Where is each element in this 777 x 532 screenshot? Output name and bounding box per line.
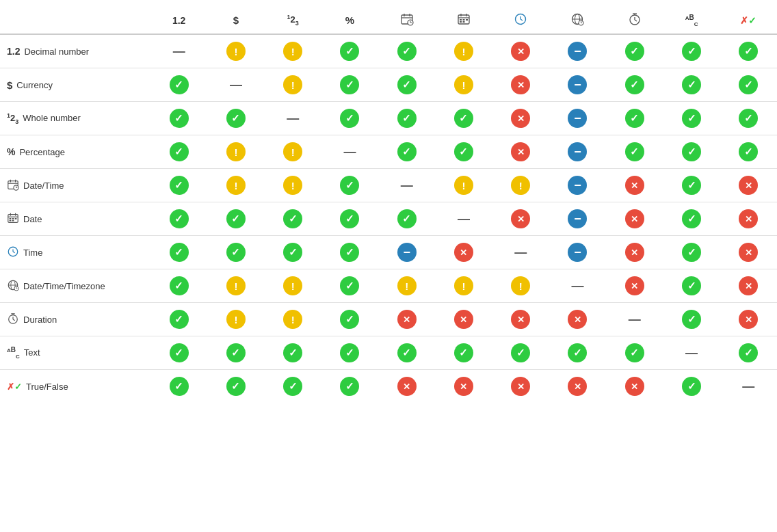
svg-rect-12 bbox=[462, 19, 464, 21]
col-header-timezone bbox=[549, 7, 606, 34]
cell-text-timezone bbox=[549, 336, 606, 370]
svg-rect-42 bbox=[12, 218, 14, 220]
row-icon-date bbox=[7, 212, 19, 226]
cell-datetime-datetime: — bbox=[378, 169, 435, 202]
cell-datetime-currency bbox=[207, 169, 264, 202]
cell-text-duration bbox=[606, 336, 663, 370]
row-icon-truefalse: ✗✓ bbox=[7, 381, 22, 392]
svg-rect-43 bbox=[15, 218, 17, 220]
cell-duration-duration: — bbox=[606, 303, 663, 336]
cell-whole-currency bbox=[207, 102, 264, 135]
cell-date-whole bbox=[265, 202, 321, 236]
cell-time-datetime bbox=[378, 236, 435, 269]
cell-datetime-time bbox=[492, 169, 549, 202]
col-header-datetime bbox=[378, 7, 435, 34]
cell-duration-datetime bbox=[378, 303, 435, 336]
cell-duration-percent bbox=[321, 303, 378, 336]
cell-decimal-whole bbox=[265, 34, 321, 68]
cell-time-percent bbox=[321, 236, 378, 269]
cell-currency-text bbox=[663, 68, 720, 102]
cell-duration-time bbox=[492, 303, 549, 336]
cell-percent-date bbox=[435, 135, 492, 169]
row-duration: Duration— bbox=[0, 303, 777, 336]
row-label-currency: $Currency bbox=[0, 68, 150, 102]
col-header-duration bbox=[606, 7, 663, 34]
cell-timezone-whole bbox=[265, 269, 321, 303]
cell-text-whole bbox=[265, 336, 321, 370]
cell-time-text bbox=[663, 236, 720, 269]
cell-currency-time bbox=[492, 68, 549, 102]
cell-datetime-decimal bbox=[150, 169, 207, 202]
row-label-whole: 123Whole number bbox=[0, 102, 150, 135]
row-text-text: Text bbox=[24, 347, 40, 358]
cell-percent-datetime bbox=[378, 135, 435, 169]
cell-decimal-percent bbox=[321, 34, 378, 68]
row-time: Time— bbox=[0, 236, 777, 269]
cell-time-truefalse bbox=[720, 236, 777, 269]
row-icon-percent: % bbox=[7, 146, 15, 157]
row-currency: $Currency— bbox=[0, 68, 777, 102]
cell-date-percent bbox=[321, 202, 378, 236]
svg-line-27 bbox=[635, 20, 637, 21]
row-text-time: Time bbox=[23, 248, 42, 258]
row-timezone: Date/Time/Timezone— bbox=[0, 269, 777, 303]
cell-timezone-datetime bbox=[378, 269, 435, 303]
cell-timezone-text bbox=[663, 269, 720, 303]
col-header-currency: $ bbox=[207, 7, 264, 34]
row-text-truefalse: True/False bbox=[26, 382, 68, 392]
cell-duration-currency bbox=[207, 303, 264, 336]
svg-rect-44 bbox=[10, 220, 12, 221]
cell-timezone-decimal bbox=[150, 269, 207, 303]
cell-datetime-whole bbox=[265, 169, 321, 202]
cell-duration-whole bbox=[265, 303, 321, 336]
cell-text-text: — bbox=[663, 336, 720, 370]
cell-percent-timezone bbox=[549, 135, 606, 169]
svg-rect-13 bbox=[466, 19, 468, 21]
row-icon-datetime bbox=[7, 178, 19, 193]
cell-truefalse-datetime bbox=[378, 370, 435, 403]
cell-date-timezone bbox=[549, 202, 606, 236]
cell-text-decimal bbox=[150, 336, 207, 370]
cell-whole-text bbox=[663, 102, 720, 135]
col-header-date bbox=[435, 7, 492, 34]
row-text-date: Date bbox=[23, 214, 42, 224]
cell-percent-percent: — bbox=[321, 135, 378, 169]
row-truefalse: ✗✓True/False— bbox=[0, 370, 777, 403]
row-label-truefalse: ✗✓True/False bbox=[0, 370, 150, 403]
cell-datetime-truefalse bbox=[720, 169, 777, 202]
cell-percent-text bbox=[663, 135, 720, 169]
row-icon-whole: 123 bbox=[7, 112, 18, 125]
svg-line-18 bbox=[521, 19, 523, 21]
cell-percent-truefalse bbox=[720, 135, 777, 169]
cell-whole-duration bbox=[606, 102, 663, 135]
data-types-table: 1.2$123%ABC✗✓ 1.2Decimal number—$Currenc… bbox=[0, 0, 777, 410]
cell-time-whole bbox=[265, 236, 321, 269]
cell-currency-timezone bbox=[549, 68, 606, 102]
cell-whole-percent bbox=[321, 102, 378, 135]
cell-date-duration bbox=[606, 202, 663, 236]
cell-duration-timezone bbox=[549, 303, 606, 336]
cell-datetime-percent bbox=[321, 169, 378, 202]
row-text-whole: Whole number bbox=[23, 113, 81, 123]
cell-time-timezone bbox=[549, 236, 606, 269]
cell-date-time bbox=[492, 202, 549, 236]
svg-line-48 bbox=[13, 252, 15, 253]
cell-date-decimal bbox=[150, 202, 207, 236]
cell-truefalse-duration bbox=[606, 370, 663, 403]
col-header-decimal: 1.2 bbox=[150, 7, 207, 34]
cell-duration-truefalse bbox=[720, 303, 777, 336]
cell-date-truefalse bbox=[720, 202, 777, 236]
cell-truefalse-decimal bbox=[150, 370, 207, 403]
cell-datetime-timezone bbox=[549, 169, 606, 202]
cell-truefalse-percent bbox=[321, 370, 378, 403]
row-label-decimal: 1.2Decimal number bbox=[0, 34, 150, 68]
row-datetime: Date/Time— bbox=[0, 169, 777, 202]
row-date: Date— bbox=[0, 202, 777, 236]
row-percent: %Percentage— bbox=[0, 135, 777, 169]
col-header-percent: % bbox=[321, 7, 378, 34]
cell-decimal-currency bbox=[207, 34, 264, 68]
cell-text-currency bbox=[207, 336, 264, 370]
cell-timezone-time bbox=[492, 269, 549, 303]
cell-truefalse-whole bbox=[265, 370, 321, 403]
cell-date-currency bbox=[207, 202, 264, 236]
